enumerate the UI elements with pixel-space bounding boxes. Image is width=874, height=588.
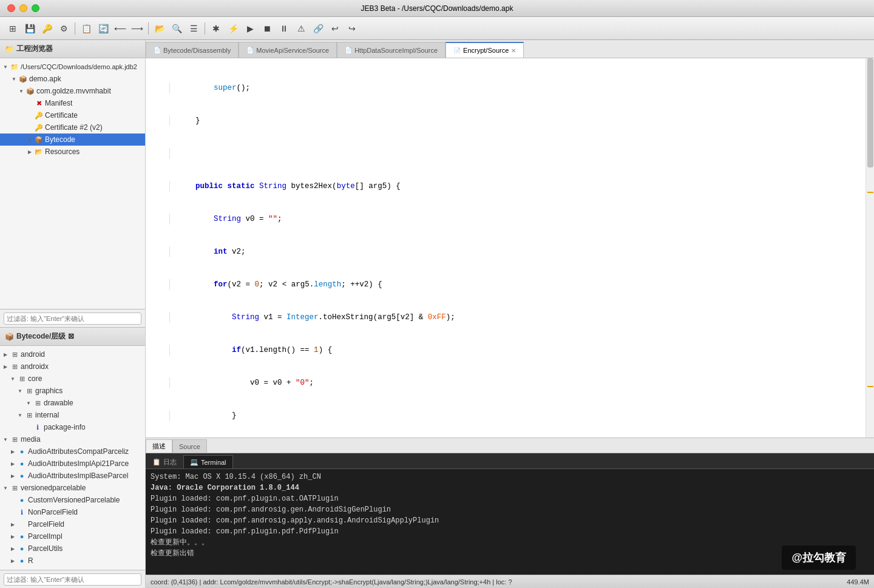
right-panel: 📄 Bytecode/Disassembly 📄 MovieApiService… — [146, 40, 874, 588]
terminal-icon: 💻 — [190, 458, 198, 466]
code-line: super(); — [146, 83, 866, 93]
tab-encrypt[interactable]: 📄 Encrypt/Source ✕ — [445, 42, 524, 58]
code-scroll[interactable]: super(); } public static String bytes2He… — [146, 58, 866, 438]
toolbar-btn-undo[interactable]: ↩ — [327, 21, 343, 36]
toggle-root[interactable]: ▼ — [1, 63, 10, 71]
titlebar: JEB3 Beta - /Users/CQC/Downloads/demo.ap… — [0, 0, 874, 17]
tree-internal[interactable]: ▼ ⊞ internal — [0, 409, 145, 421]
bytecode-icon: 📦 — [5, 333, 14, 341]
toggle-com[interactable]: ▼ — [17, 87, 25, 95]
toolbar-btn-menu[interactable]: ☰ — [186, 21, 202, 36]
tree-ParcelUtils[interactable]: ▶ ● ParcelUtils — [0, 542, 145, 555]
console-area: 📋 日志 💻 Terminal System: Mac OS X 10.15.4… — [146, 453, 874, 575]
tab-httpdata[interactable]: 📄 HttpDataSourceImpl/Source — [337, 42, 445, 58]
toolbar-btn-open[interactable]: 📂 — [152, 21, 168, 36]
toolbar-btn-gear[interactable]: ⚙ — [56, 21, 72, 36]
tree-item-demo[interactable]: ▼ 📦 demo.apk — [0, 73, 145, 85]
console-line: Plugin loaded: com.pnf.plugin.pdf.PdfPlu… — [151, 526, 869, 537]
tree-audioc1[interactable]: ▶ ● AudioAttributesCompatParceliz — [0, 445, 145, 458]
console-line: Plugin loaded: com.pnf.plugin.oat.OATPlu… — [151, 493, 869, 504]
console-tab-terminal[interactable]: 💻 Terminal — [183, 455, 233, 468]
code-line: String v1 = Integer.toHexString(arg5[v2]… — [146, 312, 866, 323]
tree-NonParcel[interactable]: ℹ NonParcelField — [0, 506, 145, 518]
tab-disasm[interactable]: 📄 Bytecode/Disassembly — [146, 42, 239, 58]
tree-vp[interactable]: ▼ ⊞ versionedparcelable — [0, 482, 145, 494]
tree-pkg-info[interactable]: ℹ package-info — [0, 421, 145, 433]
toolbar-btn-fwd[interactable]: ⟶ — [129, 21, 145, 36]
tree-item-resources[interactable]: ▶ 📂 Resources — [0, 146, 145, 158]
toggle-demo[interactable]: ▼ — [10, 75, 18, 83]
close-button[interactable] — [7, 4, 15, 12]
bytecode-filter-input[interactable] — [4, 573, 141, 586]
code-line: for(v2 = 0; v2 < arg5.length; ++v2) { — [146, 279, 866, 290]
toolbar-btn-warn[interactable]: ⚠ — [293, 21, 309, 36]
toolbar-btn-back[interactable]: ⟵ — [112, 21, 128, 36]
toolbar-btn-play[interactable]: ▶ — [242, 21, 258, 36]
tree-CustomVersioned[interactable]: ● CustomVersionedParcelable — [0, 494, 145, 506]
toolbar-btn-lightning[interactable]: ⚡ — [225, 21, 241, 36]
desc-tab-desc[interactable]: 描述 — [146, 439, 172, 453]
tree-item-certificate[interactable]: 🔑 Certificate — [0, 109, 145, 121]
minimize-button[interactable] — [19, 4, 27, 12]
tab-close-encrypt[interactable]: ✕ — [511, 47, 516, 54]
desc-tab-source[interactable]: Source — [172, 439, 207, 453]
console-line: 检查更新出错 — [151, 548, 869, 559]
toolbar-btn-1[interactable]: ⊞ — [5, 21, 21, 36]
tree-item-com-goldze[interactable]: ▼ 📦 com.goldze.mvvmhabit — [0, 85, 145, 97]
project-tree[interactable]: ▼ 📁 /Users/CQC/Downloads/demo.apk.jdb2 ▼… — [0, 58, 145, 309]
tree-item-root[interactable]: ▼ 📁 /Users/CQC/Downloads/demo.apk.jdb2 — [0, 61, 145, 73]
code-line: if(v1.length() == 1) { — [146, 345, 866, 356]
toolbar-btn-clip[interactable]: 📋 — [78, 21, 94, 36]
log-icon: 📋 — [152, 458, 161, 466]
project-filter-box — [0, 309, 145, 327]
bytecode-header: 📦 Bytecode/层级 ⊠ — [0, 328, 145, 346]
console-line: 检查更新中。。。 — [151, 537, 869, 548]
code-line: String v0 = ""; — [146, 214, 866, 225]
toolbar-sep-1 — [75, 22, 75, 35]
project-filter-input[interactable] — [4, 313, 141, 325]
tab-movie[interactable]: 📄 MovieApiService/Source — [239, 42, 337, 58]
main-layout: 📁 工程浏览器 ▼ 📁 /Users/CQC/Downloads/demo.ap… — [0, 40, 874, 588]
traffic-lights — [7, 4, 39, 12]
tree-core[interactable]: ▼ ⊞ core — [0, 373, 145, 385]
bytecode-tree[interactable]: ▶ ⊞ android ▶ ⊞ androidx ▼ ⊞ core — [0, 346, 145, 570]
code-line: int v2; — [146, 246, 866, 257]
tree-item-manifest[interactable]: ✖ Manifest — [0, 97, 145, 109]
tree-android[interactable]: ▶ ⊞ android — [0, 348, 145, 360]
toolbar-btn-save[interactable]: 💾 — [22, 21, 38, 36]
project-browser-header: 📁 工程浏览器 — [0, 40, 145, 58]
console-line: Java: Oracle Corporation 1.8.0_144 — [151, 482, 869, 493]
code-line: public static String bytes2Hex(byte[] ar… — [146, 181, 866, 192]
tree-ParcelImpl[interactable]: ▶ ● ParcelImpl — [0, 530, 145, 542]
scrollbar-mark-1 — [867, 192, 873, 193]
scrollbar-thumb[interactable] — [867, 58, 873, 167]
console-line: System: Mac OS X 10.15.4 (x86_64) zh_CN — [151, 471, 869, 482]
toolbar-btn-star[interactable]: ✱ — [208, 21, 224, 36]
toolbar-btn-redo[interactable]: ↪ — [344, 21, 360, 36]
tree-item-cert2[interactable]: 🔑 Certificate #2 (v2) — [0, 121, 145, 133]
maximize-button[interactable] — [32, 4, 39, 12]
tree-media[interactable]: ▼ ⊞ media — [0, 433, 145, 445]
tree-drawable[interactable]: ▼ ⊞ drawable — [0, 397, 145, 409]
tree-graphics[interactable]: ▼ ⊞ graphics — [0, 385, 145, 397]
statusbar-left: coord: (0,41|36) | addr: Lcom/goldze/mvv… — [151, 578, 512, 586]
tree-androidx[interactable]: ▶ ⊞ androidx — [0, 360, 145, 373]
toolbar-btn-refresh[interactable]: 🔄 — [95, 21, 111, 36]
tree-audioc3[interactable]: ▶ ● AudioAttributesImplBaseParcel — [0, 470, 145, 482]
toolbar-btn-pause[interactable]: ⏸ — [276, 21, 292, 36]
console-tab-log[interactable]: 📋 日志 — [146, 455, 183, 468]
toolbar-btn-link[interactable]: 🔗 — [310, 21, 326, 36]
tree-R[interactable]: ▶ ● R — [0, 555, 145, 567]
toolbar-sep-3 — [205, 22, 205, 35]
console-output[interactable]: System: Mac OS X 10.15.4 (x86_64) zh_CN … — [146, 469, 874, 575]
tree-item-bytecode[interactable]: ▼ 📦 Bytecode — [0, 133, 145, 146]
toolbar-sep-2 — [148, 22, 149, 35]
toolbar-btn-key[interactable]: 🔑 — [39, 21, 55, 36]
bytecode-filter-box — [0, 570, 145, 588]
project-icon: 📁 — [5, 45, 14, 53]
toolbar-btn-search[interactable]: 🔍 — [169, 21, 185, 36]
tree-ParcelField[interactable]: ▶ ParcelField — [0, 518, 145, 530]
toolbar-btn-stop[interactable]: ⏹ — [259, 21, 275, 36]
code-scrollbar[interactable] — [866, 58, 874, 438]
tree-audioc2[interactable]: ▶ ● AudioAttributesImplApi21Parce — [0, 458, 145, 470]
